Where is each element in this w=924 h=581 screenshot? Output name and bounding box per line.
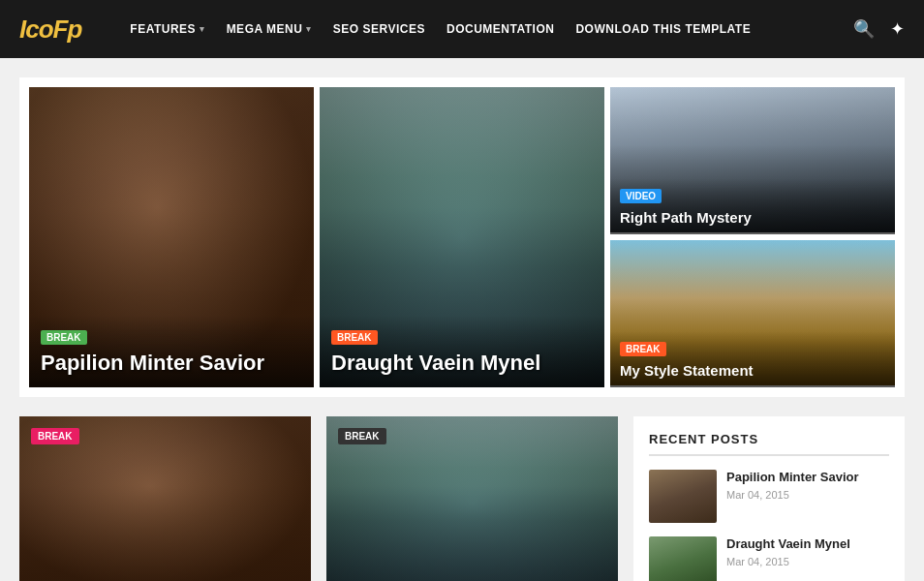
main-content: Break Papilion Minter Savior Break Draug… [0,58,924,581]
featured-small-bottom[interactable]: Break My Style Statement [610,240,895,387]
featured-large-title: Papilion Minter Savior [41,351,302,376]
featured-medium-title: Draught Vaein Mynel [331,351,593,376]
share-icon[interactable]: ✦ [890,18,905,40]
featured-medium[interactable]: Break Draught Vaein Mynel [320,87,604,387]
bottom-section: BREAK BREAK RECENT POSTS Papilion Minter… [19,416,905,581]
main-nav: FEATURES ▾ MEGA MENU ▾ SEO SERVICES DOCU… [130,22,824,36]
bottom-card-2-tag: BREAK [338,428,386,444]
sidebar-title: RECENT POSTS [649,432,889,456]
featured-small-top-tag: Video [620,189,662,203]
recent-post-1-image [649,470,717,523]
nav-download[interactable]: DOWNLOAD THIS TEMPLATE [575,22,751,36]
featured-small-top-title: Right Path Mystery [620,209,885,227]
logo-prefix: Ico [19,15,53,44]
featured-small-bottom-overlay: Break My Style Statement [610,331,895,387]
featured-large-overlay: Break Papilion Minter Savior [29,316,314,387]
featured-small-top-overlay: Video Right Path Mystery [610,178,895,234]
recent-post-2-info: Draught Vaein Mynel Mar 04, 2015 [726,536,850,567]
recent-post-2-title: Draught Vaein Mynel [726,536,850,553]
bottom-card-1-tag: BREAK [31,428,79,444]
sidebar: RECENT POSTS Papilion Minter Savior Mar … [633,416,905,581]
nav-mega-menu[interactable]: MEGA MENU ▾ [227,22,312,36]
search-icon[interactable]: 🔍 [853,18,875,40]
nav-seo[interactable]: SEO SERVICES [333,22,425,36]
nav-documentation[interactable]: DOCUMENTATION [447,22,554,36]
recent-post-1-date: Mar 04, 2015 [726,489,859,501]
logo[interactable]: IcoFp [19,15,81,45]
recent-post-1[interactable]: Papilion Minter Savior Mar 04, 2015 [649,470,889,523]
featured-small-bottom-tag: Break [620,342,666,356]
header: IcoFp FEATURES ▾ MEGA MENU ▾ SEO SERVICE… [0,0,924,58]
featured-small-top[interactable]: Video Right Path Mystery [610,87,895,234]
chevron-down-icon: ▾ [200,24,205,34]
featured-large-tag: Break [41,330,87,345]
bottom-card-2[interactable]: BREAK [326,416,618,581]
featured-medium-tag: Break [331,330,378,345]
featured-grid: Break Papilion Minter Savior Break Draug… [19,77,905,397]
recent-post-1-info: Papilion Minter Savior Mar 04, 2015 [726,470,859,501]
bottom-card-1[interactable]: BREAK [19,416,311,581]
recent-post-1-title: Papilion Minter Savior [726,470,859,486]
nav-features[interactable]: FEATURES ▾ [130,22,204,36]
chevron-down-icon: ▾ [306,24,312,34]
recent-post-2-image [649,536,717,581]
recent-post-2-date: Mar 04, 2015 [726,556,850,567]
logo-suffix: Fp [53,15,82,44]
header-icons: 🔍 ✦ [853,18,905,40]
featured-medium-overlay: Break Draught Vaein Mynel [320,316,604,387]
featured-large[interactable]: Break Papilion Minter Savior [29,87,314,387]
featured-small-bottom-title: My Style Statement [620,362,885,380]
recent-post-2[interactable]: Draught Vaein Mynel Mar 04, 2015 [649,536,889,581]
